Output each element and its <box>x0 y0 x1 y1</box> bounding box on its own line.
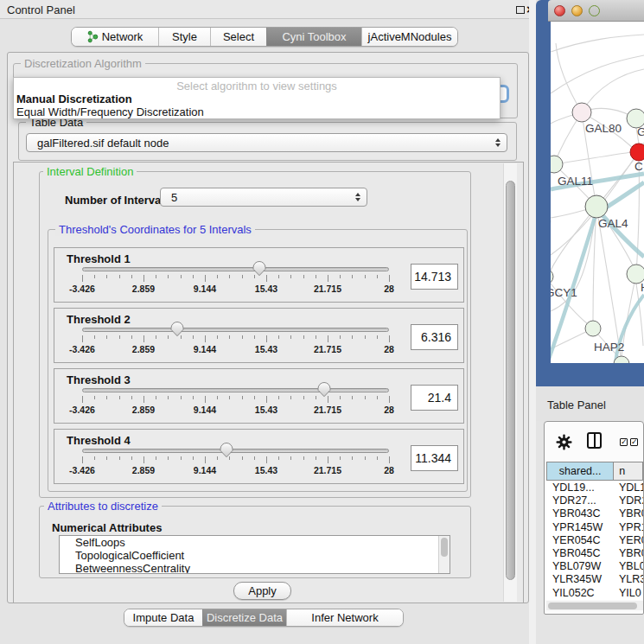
tab-jactivemnodules[interactable]: jActiveMNodules <box>361 28 457 46</box>
apply-button[interactable]: Apply <box>233 582 291 600</box>
slider-tick <box>143 396 144 403</box>
table-row[interactable]: YDR27...YDR2 <box>546 494 643 507</box>
table-row[interactable]: YIL052CYIL0 <box>546 587 643 600</box>
slider-tick <box>156 275 156 278</box>
table-rows: YDL19...YDL1YDR27...YDR2YBR043CYBR0YPR14… <box>546 481 643 600</box>
cell-shared-name: YBR045C <box>552 547 601 559</box>
table-row[interactable]: YBR045CYBR0 <box>546 547 643 560</box>
slider-tick <box>316 275 316 278</box>
table-row[interactable]: YBR043CYBR0 <box>546 507 643 520</box>
slider-tick <box>303 456 304 460</box>
tab-impute-data[interactable]: Impute Data <box>124 609 202 626</box>
slider-tick <box>340 396 341 399</box>
attribute-item-topologicalcoefficient[interactable]: TopologicalCoefficient <box>60 549 450 562</box>
slider-tick <box>119 335 120 339</box>
slider-track[interactable] <box>82 328 389 332</box>
attribute-item-selfloops[interactable]: SelfLoops <box>60 536 450 549</box>
slider-thumb[interactable] <box>317 382 331 398</box>
table-hscrollbar-thumb[interactable] <box>548 603 637 609</box>
table-data-combo[interactable]: galFiltered.sif default node <box>26 133 507 152</box>
cell-shared-name: YLR345W <box>552 573 602 585</box>
table-row[interactable]: YPR145WYPR1 <box>546 521 643 534</box>
network-tab-icon <box>87 30 99 43</box>
network-node-gcy1[interactable] <box>551 269 553 284</box>
slider-tick <box>278 275 279 278</box>
settings-scrollbar-thumb[interactable] <box>506 181 515 580</box>
table-row[interactable]: YBL079WYBL0 <box>546 560 643 573</box>
select-columns-icon[interactable]: ✓✓ <box>620 438 641 448</box>
tab-discretize-data[interactable]: Discretize Data <box>202 609 286 626</box>
threshold-value-field[interactable]: 6.316 <box>411 324 458 350</box>
table-row[interactable]: YER054CYER0 <box>546 534 643 547</box>
close-traffic-light[interactable] <box>554 5 565 16</box>
attribute-item-betweennesscentrality[interactable]: BetweennessCentrality <box>60 562 450 574</box>
threshold-value-field[interactable]: 11.344 <box>411 445 458 471</box>
slider-tick <box>389 335 390 342</box>
slider-tick <box>106 335 107 339</box>
slider-track[interactable] <box>82 388 389 392</box>
cell-shared-name: YBL079W <box>552 560 601 572</box>
table-panel-title: Table Panel <box>547 399 606 411</box>
control-panel-titlebar: Control Panel × <box>0 0 536 19</box>
numerical-attributes-list[interactable]: SelfLoopsTopologicalCoefficientBetweenne… <box>59 535 450 574</box>
slider-thumb[interactable] <box>252 261 266 277</box>
network-canvas[interactable]: GAL80GCGAL11GAL4GCY1HHAP2 <box>551 22 644 363</box>
tab-select[interactable]: Select <box>210 28 266 46</box>
slider-axis-label: 21.715 <box>314 284 341 294</box>
slider-tick <box>94 456 95 460</box>
slider-tick <box>156 396 156 399</box>
columns-icon[interactable] <box>587 432 602 449</box>
table-row[interactable]: YLR345WYLR3 <box>546 573 643 586</box>
slider-tick <box>82 396 83 403</box>
table-horizontal-scrollbar[interactable] <box>546 601 643 610</box>
slider-tick <box>389 275 390 282</box>
network-node-hap2[interactable] <box>585 321 601 336</box>
threshold-row-3: Threshold 3-3.4262.8599.14415.4321.71528… <box>54 368 464 424</box>
slider-axis-label: -3.426 <box>69 284 95 294</box>
slider-tick <box>193 335 194 339</box>
tab-network[interactable]: Network <box>72 28 158 46</box>
tab-label: Impute Data <box>133 611 194 624</box>
slider-thumb[interactable] <box>220 443 233 458</box>
attributes-list-scrollbar[interactable] <box>438 536 450 573</box>
interval-definition-group: Interval Definition Number of Intervals … <box>39 171 471 498</box>
network-node-gal80[interactable] <box>572 103 591 122</box>
slider-tick <box>303 396 304 399</box>
network-node-gal4[interactable] <box>585 195 608 218</box>
popup-option-manual-discretization[interactable]: Manual Discretization <box>16 92 132 105</box>
tab-cyni-toolbox[interactable]: Cyni Toolbox <box>266 28 361 46</box>
number-of-intervals-combo[interactable]: 5 <box>160 188 367 207</box>
float-window-icon[interactable] <box>516 6 525 14</box>
tab-style[interactable]: Style <box>158 28 210 46</box>
zoom-traffic-light[interactable] <box>589 5 600 16</box>
minimize-traffic-light[interactable] <box>571 5 583 16</box>
threshold-value-field[interactable]: 14.713 <box>411 264 458 290</box>
slider-thumb[interactable] <box>170 322 184 337</box>
tab-label: Select <box>223 30 254 43</box>
table-row[interactable]: YDL19...YDL1 <box>546 481 643 494</box>
tab-infer-network[interactable]: Infer Network <box>286 609 403 626</box>
cell-name: YBR0 <box>619 547 643 559</box>
slider-tick <box>181 275 182 278</box>
slider-track[interactable] <box>82 267 389 271</box>
slider-tick <box>193 396 194 399</box>
panel-splitter[interactable] <box>529 0 536 644</box>
settings-vertical-scrollbar[interactable] <box>503 163 517 602</box>
tab-label: Network <box>102 30 143 43</box>
popup-option-equal-width-frequency-discretization[interactable]: Equal Width/Frequency Discretization <box>16 105 204 118</box>
attributes-group-title: Attributes to discretize <box>44 500 162 513</box>
slider-axis-label: 15.43 <box>255 284 277 294</box>
network-graph[interactable]: GAL80GCGAL11GAL4GCY1HHAP2 <box>551 22 644 363</box>
gear-icon[interactable] <box>556 434 572 454</box>
slider-tick <box>352 396 353 399</box>
slider-tick <box>143 456 144 463</box>
threshold-coordinates-group-title: Threshold's Coordinates for 5 Intervals <box>55 223 255 236</box>
threshold-row-1: Threshold 1-3.4262.8599.14415.4321.71528… <box>54 247 464 303</box>
column-header-shared-name[interactable]: shared... <box>546 462 614 481</box>
column-header-name[interactable]: n <box>614 462 643 481</box>
network-node-c[interactable] <box>630 143 644 161</box>
slider-tick <box>365 396 366 399</box>
threshold-value-field[interactable]: 21.4 <box>411 385 458 411</box>
slider-track[interactable] <box>82 449 389 453</box>
slider-tick <box>278 335 279 339</box>
